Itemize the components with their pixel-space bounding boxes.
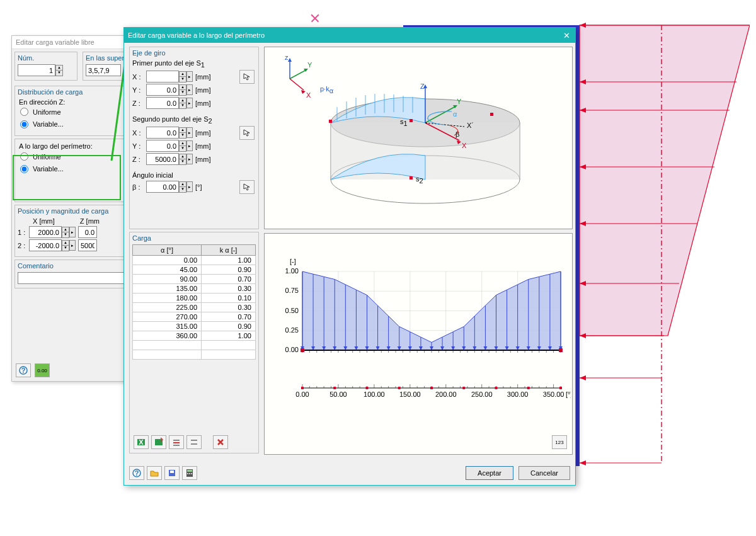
- svg-text:[-]: [-]: [290, 258, 296, 265]
- x1-input[interactable]: ▲▼▸: [29, 226, 76, 238]
- col-k: k α [-]: [202, 245, 256, 256]
- svg-text:s2: s2: [416, 175, 423, 185]
- pick-beta-icon[interactable]: [239, 180, 255, 194]
- z2-input[interactable]: [78, 239, 97, 251]
- svg-rect-189: [366, 387, 369, 389]
- p2y-input[interactable]: ▲▼▸: [146, 140, 193, 152]
- chart-values-icon[interactable]: 123: [552, 435, 567, 449]
- svg-text:Y: Y: [307, 61, 312, 69]
- svg-rect-191: [430, 387, 433, 389]
- table-row[interactable]: 90.000.70: [133, 275, 256, 284]
- pick-p1-icon[interactable]: [239, 70, 255, 84]
- highlight-perimeter-section: [13, 155, 121, 200]
- svg-text:?: ?: [21, 367, 26, 374]
- table-row[interactable]: 135.000.30: [133, 284, 256, 294]
- excel-export-icon[interactable]: X: [134, 435, 149, 449]
- num-input[interactable]: ▲▼: [18, 64, 74, 76]
- svg-rect-212: [189, 473, 190, 474]
- help-icon[interactable]: ?: [129, 466, 144, 480]
- svg-rect-187: [301, 387, 304, 389]
- svg-rect-59: [410, 119, 413, 122]
- main-dialog: Editar carga variable a lo largo del per…: [123, 27, 576, 486]
- p1y-label: Y :: [132, 86, 144, 94]
- col-x-header: X [mm]: [33, 217, 55, 225]
- svg-text:X: X: [139, 438, 144, 446]
- svg-rect-194: [527, 387, 530, 389]
- table-row[interactable]: 315.000.90: [133, 322, 256, 331]
- excel-import-icon[interactable]: [151, 435, 166, 449]
- svg-text:z: z: [285, 54, 289, 61]
- svg-text:X: X: [462, 142, 467, 149]
- calc-icon[interactable]: 0.00: [35, 363, 50, 377]
- svg-text:Y: Y: [457, 98, 462, 105]
- row-delete-icon[interactable]: [186, 435, 202, 449]
- svg-line-30: [290, 79, 304, 90]
- p1z-label: Z :: [132, 100, 144, 107]
- row1-label: 1 :: [18, 229, 26, 236]
- table-row[interactable]: 360.001.00: [133, 331, 256, 341]
- p2z-input[interactable]: ▲▼▸: [146, 153, 193, 165]
- table-row[interactable]: 0.001.00: [133, 256, 256, 265]
- svg-text:X: X: [306, 91, 311, 99]
- svg-text:200.00: 200.00: [435, 391, 457, 398]
- svg-rect-64: [490, 113, 493, 116]
- svg-text:0.25: 0.25: [285, 326, 299, 334]
- svg-rect-23: [173, 440, 180, 441]
- svg-text:0.75: 0.75: [285, 287, 299, 294]
- p1y-input[interactable]: ▲▼▸: [146, 84, 193, 96]
- svg-rect-188: [333, 387, 336, 389]
- close-icon[interactable]: ✕: [561, 30, 571, 40]
- p2-label: Segundo punto del eje S2: [132, 115, 256, 125]
- svg-rect-208: [170, 470, 174, 473]
- col-z-header: Z [mm: [80, 217, 100, 225]
- svg-text:?: ?: [135, 469, 139, 477]
- svg-rect-61: [410, 176, 413, 180]
- axis-3d-preview: z Y X p·kα: [264, 47, 573, 229]
- load-table[interactable]: α [°]k α [-] 0.001.0045.000.9090.000.701…: [132, 244, 256, 360]
- load-chart: 0.000.250.500.751.00[-]0.0050.00100.0015…: [264, 233, 573, 455]
- accept-button[interactable]: Aceptar: [466, 466, 513, 480]
- num-label: Núm.: [18, 54, 74, 62]
- carga-title: Carga: [132, 234, 256, 242]
- svg-text:100.00: 100.00: [364, 391, 385, 398]
- table-row[interactable]: 45.000.90: [133, 265, 256, 275]
- table-row[interactable]: 225.000.30: [133, 303, 256, 312]
- svg-rect-24: [173, 442, 180, 443]
- surf-input[interactable]: [86, 64, 121, 76]
- p2x-input[interactable]: ▲▼▸: [146, 127, 193, 139]
- svg-text:250.00: 250.00: [471, 391, 493, 398]
- z1-input[interactable]: [78, 226, 97, 238]
- beta-input[interactable]: ▲▼▸: [146, 181, 193, 193]
- main-titlebar[interactable]: Editar carga variable a lo largo del per…: [124, 28, 575, 43]
- svg-text:p·kα: p·kα: [320, 85, 334, 94]
- svg-rect-22: [155, 439, 163, 445]
- pick-p2-icon[interactable]: [239, 126, 255, 140]
- svg-rect-211: [187, 473, 188, 474]
- svg-text:1.00: 1.00: [285, 267, 299, 275]
- help-icon[interactable]: ?: [16, 363, 31, 377]
- p1z-input[interactable]: ▲▼▸: [146, 97, 193, 109]
- save-icon[interactable]: [164, 466, 180, 480]
- svg-rect-195: [559, 387, 562, 389]
- p1x-label: X :: [132, 73, 144, 81]
- svg-text:350.00: 350.00: [543, 391, 564, 398]
- p1x-input[interactable]: ▲▼▸: [146, 71, 193, 83]
- cancel-button[interactable]: Cancelar: [518, 466, 570, 480]
- svg-rect-26: [191, 440, 197, 441]
- svg-text:α: α: [453, 110, 457, 118]
- svg-rect-213: [191, 473, 192, 474]
- svg-text:0.00: 0.00: [285, 346, 299, 353]
- calculator-icon[interactable]: [182, 466, 197, 480]
- svg-line-29: [290, 70, 306, 79]
- angle-label: Ángulo inicial: [132, 171, 256, 179]
- row-insert-icon[interactable]: [169, 435, 184, 449]
- open-folder-icon[interactable]: [147, 466, 162, 480]
- svg-text:[°]: [°]: [566, 391, 571, 398]
- svg-text:150.00: 150.00: [399, 391, 421, 398]
- delete-icon[interactable]: [213, 435, 228, 449]
- table-row[interactable]: 180.000.10: [133, 294, 256, 303]
- svg-text:X´: X´: [467, 122, 474, 129]
- svg-rect-190: [398, 387, 401, 389]
- table-row[interactable]: 270.000.70: [133, 312, 256, 322]
- x2-input[interactable]: ▲▼▸: [29, 239, 76, 251]
